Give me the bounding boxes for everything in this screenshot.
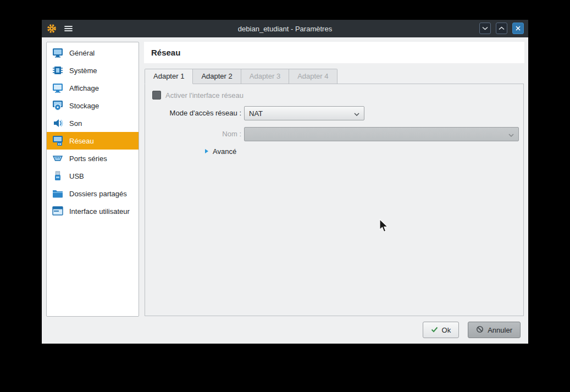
settings-category-list: Général Système Affichage Stockage — [46, 42, 139, 317]
sidebar-item-label: Dossiers partagés — [69, 190, 127, 198]
ui-window-icon — [52, 205, 64, 217]
attach-mode-value: NAT — [249, 109, 263, 118]
storage-icon — [52, 100, 64, 112]
adapter-name-select — [244, 127, 519, 141]
dialog-buttons: Ok Annuler — [423, 322, 521, 338]
chevron-down-icon — [508, 130, 514, 139]
enable-network-checkbox — [152, 91, 161, 100]
sidebar-item-storage[interactable]: Stockage — [47, 97, 139, 114]
check-icon — [431, 326, 438, 334]
page-header: Réseau — [144, 42, 524, 63]
monitor-icon — [52, 47, 64, 59]
advanced-label: Avancé — [213, 147, 236, 156]
enable-network-label: Activer l'interface réseau — [165, 91, 244, 100]
sidebar-item-network[interactable]: Réseau — [47, 132, 139, 150]
cancel-button-label: Annuler — [488, 326, 512, 334]
sidebar-item-system[interactable]: Système — [47, 62, 139, 79]
tab-adapter-3: Adapter 3 — [241, 69, 289, 84]
sidebar-item-label: Système — [69, 67, 97, 75]
display-icon — [52, 82, 64, 94]
titlebar: debian_etudiant - Paramètres — [42, 20, 528, 37]
sidebar-item-serial-ports[interactable]: Ports séries — [47, 150, 139, 167]
tab-label: Adapter 4 — [297, 72, 328, 80]
attach-mode-select[interactable]: NAT — [244, 106, 364, 120]
sidebar-item-shared-folders[interactable]: Dossiers partagés — [47, 185, 139, 202]
menu-icon[interactable] — [63, 23, 74, 34]
tab-label: Adapter 1 — [153, 72, 184, 80]
usb-icon — [52, 170, 64, 182]
close-button[interactable] — [512, 23, 524, 34]
adapter-tabbar: Adapter 1 Adapter 2 Adapter 3 Adapter 4 — [145, 69, 337, 84]
tab-adapter-1[interactable]: Adapter 1 — [145, 69, 193, 84]
maximize-button[interactable] — [496, 23, 507, 34]
network-icon — [52, 135, 64, 147]
sidebar-item-label: Général — [69, 49, 95, 57]
adapter-name-label: Nom : — [145, 127, 241, 141]
window-title: debian_etudiant - Paramètres — [42, 25, 528, 33]
sidebar-item-label: Ports séries — [69, 154, 107, 163]
tab-adapter-4: Adapter 4 — [289, 69, 337, 84]
sidebar-item-user-interface[interactable]: Interface utilisateur — [47, 202, 139, 220]
ok-button-label: Ok — [442, 326, 451, 334]
mouse-cursor — [379, 219, 389, 233]
sidebar-item-display[interactable]: Affichage — [47, 79, 139, 97]
sidebar-item-label: USB — [69, 172, 84, 180]
sidebar-item-label: Réseau — [69, 137, 94, 145]
attach-mode-label: Mode d'accès réseau : — [145, 106, 241, 120]
sidebar-item-label: Affichage — [69, 84, 99, 92]
page-title: Réseau — [151, 48, 180, 57]
tab-adapter-2[interactable]: Adapter 2 — [193, 69, 241, 84]
adapter-tab-panel: Activer l'interface réseau Mode d'accès … — [145, 84, 524, 316]
minimize-button[interactable] — [479, 23, 491, 34]
advanced-expander[interactable]: Avancé — [204, 147, 236, 156]
sidebar-item-audio[interactable]: Son — [47, 114, 139, 132]
sidebar-item-usb[interactable]: USB — [47, 167, 139, 185]
serial-port-icon — [52, 152, 64, 164]
tab-label: Adapter 2 — [201, 72, 232, 80]
sidebar-item-general[interactable]: Général — [47, 44, 139, 62]
ok-button[interactable]: Ok — [423, 322, 460, 338]
sidebar-item-label: Son — [69, 119, 82, 128]
settings-window: debian_etudiant - Paramètres Général — [42, 20, 528, 344]
shared-folder-icon — [52, 187, 64, 200]
app-gear-icon[interactable] — [46, 23, 57, 34]
sidebar-item-label: Stockage — [69, 102, 99, 110]
cancel-button[interactable]: Annuler — [468, 322, 521, 338]
tab-label: Adapter 3 — [250, 72, 280, 80]
expander-arrow-icon — [204, 147, 209, 156]
sidebar-item-label: Interface utilisateur — [69, 207, 130, 216]
desktop-background: debian_etudiant - Paramètres Général — [0, 0, 570, 392]
speaker-icon — [52, 117, 64, 129]
chevron-down-icon — [354, 109, 359, 118]
chip-icon — [52, 64, 64, 76]
cancel-slash-icon — [476, 325, 484, 335]
